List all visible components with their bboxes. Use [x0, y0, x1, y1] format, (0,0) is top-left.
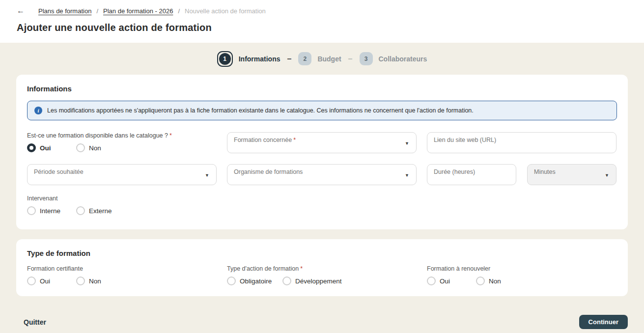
organisme-formations-select[interactable]: Organisme de formations ▼ [227, 164, 417, 185]
type-formation-card-title: Type de formation [27, 249, 617, 257]
stepper-step-budget[interactable]: 2 Budget [298, 52, 341, 65]
formation-certifiante-label: Formation certifiante [27, 265, 217, 272]
step-1-label: Informations [239, 55, 280, 63]
catalog-question-label: Est-ce une formation disponible dans le … [27, 132, 217, 139]
radio-developpement[interactable]: Développement [282, 277, 338, 285]
radio-catalogue-non[interactable]: Non [76, 143, 125, 152]
step-1-badge-ring: 1 [217, 51, 233, 67]
info-banner: i Les modifications apportées ne s'appli… [27, 101, 617, 120]
radio-label: Obligatoire [240, 278, 272, 285]
radio-renouveler-non[interactable]: Non [476, 277, 525, 285]
stepper-step-informations[interactable]: 1 Informations [217, 51, 280, 67]
organisme-formations-label: Organisme de formations [234, 168, 303, 175]
type-action-label: Type d'action de formation* [227, 265, 417, 272]
step-2-number: 2 [298, 52, 311, 65]
field-label-text: Formation concernée [234, 137, 292, 143]
radio-label: Interne [40, 207, 60, 215]
page-title: Ajouter une nouvelle action de formation [17, 22, 627, 33]
lien-site-web-placeholder: Lien du site web (URL) [434, 137, 496, 143]
back-arrow-icon[interactable]: ← [17, 6, 25, 15]
radio-button-icon[interactable] [476, 277, 485, 285]
radio-button-icon[interactable] [282, 277, 291, 285]
stepper: 1 Informations – 2 Budget – 3 Collaborat… [0, 43, 644, 75]
breadcrumb-plans-de-formation[interactable]: Plans de formation [38, 7, 91, 15]
formation-concernee-label: Formation concernée* [234, 137, 296, 143]
formation-renouveler-options: Oui Non [427, 277, 616, 285]
minutes-select[interactable]: Minutes ▼ [527, 164, 616, 185]
step-2-label: Budget [317, 55, 341, 63]
breadcrumb-current: Nouvelle action de formation [185, 7, 266, 15]
informations-card: Informations i Les modifications apporté… [16, 75, 628, 229]
periode-souhaitee-select[interactable]: Période souhaitée ▼ [27, 164, 217, 185]
duration-cell: Durée (heures) Minutes ▼ [427, 164, 616, 185]
minutes-label: Minutes [534, 168, 556, 175]
radio-renouveler-oui[interactable]: Oui [427, 277, 476, 285]
radio-button-icon[interactable] [227, 277, 236, 285]
radio-label: Non [89, 278, 101, 285]
catalog-question-options: Oui Non [27, 143, 217, 152]
radio-interne[interactable]: Interne [27, 206, 76, 215]
radio-button-icon[interactable] [427, 277, 436, 285]
chevron-down-icon: ▼ [205, 172, 209, 177]
formation-concernee-select[interactable]: Formation concernée* ▼ [227, 132, 417, 153]
radio-externe[interactable]: Externe [76, 206, 125, 215]
radio-button-icon[interactable] [76, 277, 85, 285]
chevron-down-icon: ▼ [605, 172, 609, 177]
duree-heures-placeholder: Durée (heures) [434, 168, 475, 175]
type-formation-groups: Formation certifiante Oui Non Type d'act… [27, 265, 617, 285]
duree-heures-input[interactable]: Durée (heures) [427, 164, 516, 185]
radio-button-icon[interactable] [76, 143, 85, 152]
type-action-group: Type d'action de formation* Obligatoire … [227, 265, 417, 285]
chevron-down-icon: ▼ [405, 140, 409, 145]
radio-label: Non [489, 278, 501, 285]
page-header: ← Plans de formation / Plan de formation… [0, 0, 644, 43]
informations-card-title: Informations [27, 84, 617, 93]
step-3-number: 3 [360, 52, 373, 65]
radio-button-icon[interactable] [76, 206, 85, 215]
chevron-down-icon: ▼ [405, 172, 409, 177]
periode-souhaitee-label: Période souhaitée [34, 168, 84, 175]
intervenant-group: Intervenant Interne Externe [27, 195, 617, 215]
radio-label: Développement [295, 278, 342, 285]
formation-renouveler-group: Formation à renouveler Oui Non [427, 265, 616, 285]
required-asterisk: * [293, 137, 296, 143]
catalog-question-text: Est-ce une formation disponible dans le … [27, 132, 168, 139]
info-icon: i [34, 107, 42, 114]
radio-certifiante-oui[interactable]: Oui [27, 277, 76, 285]
info-banner-text: Les modifications apportées ne s'appliqu… [47, 107, 474, 114]
breadcrumb-separator: / [96, 7, 98, 15]
radio-button-icon[interactable] [27, 206, 36, 215]
formation-certifiante-options: Oui Non [27, 277, 217, 285]
lien-site-web-input[interactable]: Lien du site web (URL) [427, 132, 616, 153]
radio-obligatoire[interactable]: Obligatoire [227, 277, 282, 285]
required-asterisk: * [169, 132, 172, 139]
radio-label: Oui [440, 278, 450, 285]
stepper-step-collaborateurs[interactable]: 3 Collaborateurs [360, 52, 427, 65]
step-1-number: 1 [219, 53, 231, 65]
radio-certifiante-non[interactable]: Non [76, 277, 125, 285]
type-action-options: Obligatoire Développement [227, 277, 417, 285]
breadcrumb-separator: / [178, 7, 180, 15]
continue-button[interactable]: Continuer [579, 315, 628, 329]
intervenant-label: Intervenant [27, 195, 617, 202]
radio-catalogue-oui[interactable]: Oui [27, 143, 76, 152]
radio-label: Oui [40, 144, 51, 152]
required-asterisk: * [300, 265, 303, 272]
group-label-text: Type d'action de formation [227, 265, 299, 272]
catalog-question-group: Est-ce une formation disponible dans le … [27, 132, 217, 153]
quit-link[interactable]: Quitter [24, 318, 46, 326]
radio-button-icon[interactable] [27, 277, 36, 285]
radio-label: Externe [89, 207, 112, 215]
type-formation-card: Type de formation Formation certifiante … [16, 239, 628, 296]
group-label-text: Formation à renouveler [427, 265, 490, 272]
breadcrumb: ← Plans de formation / Plan de formation… [17, 6, 627, 15]
radio-button-icon[interactable] [27, 143, 36, 152]
radio-label: Oui [40, 278, 50, 285]
group-label-text: Formation certifiante [27, 265, 83, 272]
breadcrumb-plan-2026[interactable]: Plan de formation - 2026 [103, 7, 173, 15]
form-footer: Quitter Continuer [16, 315, 628, 329]
formation-certifiante-group: Formation certifiante Oui Non [27, 265, 217, 285]
intervenant-options: Interne Externe [27, 206, 617, 215]
step-3-label: Collaborateurs [379, 55, 427, 63]
stepper-dash: – [287, 55, 291, 63]
